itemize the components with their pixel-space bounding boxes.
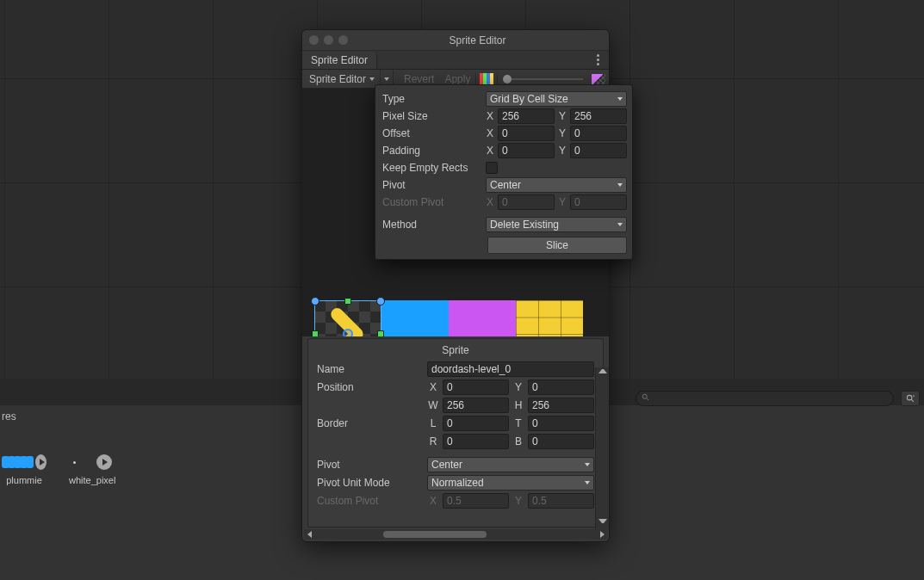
pixel-x-input[interactable]: [498, 108, 555, 124]
scroll-left-icon[interactable]: [304, 529, 314, 540]
minimize-icon[interactable]: [324, 35, 333, 45]
mode-dropdown-label: Sprite Editor: [309, 73, 366, 85]
info-vertical-scrollbar[interactable]: [595, 367, 609, 529]
offset-y-input[interactable]: [570, 126, 627, 141]
panel-header: Sprite: [317, 344, 594, 360]
w-label: W: [427, 399, 439, 411]
h-label: H: [512, 399, 524, 411]
t-label: T: [512, 417, 524, 429]
chevron-sprite: [321, 307, 375, 336]
asset-plummie[interactable]: plummie: [2, 453, 47, 485]
chevron-down-icon: [369, 77, 375, 81]
pos-w-input[interactable]: [443, 398, 509, 413]
custom-pivot-label: Custom Pivot: [317, 495, 424, 507]
sprite-tile-0[interactable]: [314, 300, 381, 336]
project-search-input[interactable]: [654, 393, 888, 404]
scrollbar-thumb[interactable]: [383, 531, 487, 538]
scrollbar-track[interactable]: [314, 531, 597, 538]
pad-y-input[interactable]: [570, 143, 627, 158]
method-label: Method: [381, 219, 482, 231]
alpha-toggle-icon[interactable]: [592, 74, 605, 84]
sprite-tile-2[interactable]: [449, 300, 516, 336]
asset-label: white_pixel: [69, 475, 115, 485]
tab-sprite-editor[interactable]: Sprite Editor: [302, 52, 377, 69]
keep-empty-checkbox[interactable]: [486, 162, 498, 174]
expand-icon[interactable]: [96, 454, 112, 470]
b-label: B: [512, 435, 524, 447]
pivot-select[interactable]: Center: [427, 457, 594, 472]
name-label: Name: [317, 363, 424, 375]
svg-point-0: [642, 394, 647, 398]
pos-y-input[interactable]: [528, 379, 594, 395]
tab-bar: Sprite Editor: [302, 51, 609, 70]
offset-label: Offset: [381, 127, 482, 139]
pivot-select[interactable]: Center: [486, 177, 627, 193]
r-label: R: [427, 435, 439, 447]
chevron-down-icon: [585, 463, 590, 466]
padding-label: Padding: [381, 145, 482, 157]
asset-white-pixel[interactable]: white_pixel: [69, 453, 115, 485]
sprite-info-panel: Sprite Name Position X Y W H Border L T: [307, 338, 604, 528]
asset-preview: [2, 456, 32, 468]
scroll-down-icon[interactable]: [598, 519, 607, 528]
svg-point-2: [907, 395, 912, 400]
window-title: Sprite Editor: [353, 34, 602, 46]
offset-x-input[interactable]: [498, 126, 555, 141]
expand-icon[interactable]: [35, 454, 47, 470]
pixel-y-input[interactable]: [570, 108, 627, 124]
asset-label: plummie: [6, 475, 42, 485]
context-menu-icon[interactable]: [592, 53, 604, 65]
y-label: Y: [512, 381, 524, 393]
bd-l-input[interactable]: [443, 416, 509, 431]
close-icon[interactable]: [309, 35, 319, 45]
pos-x-input[interactable]: [443, 379, 509, 395]
sprite-tile-3[interactable]: [516, 300, 583, 336]
cp-x-input: [443, 493, 509, 509]
x-label: X: [427, 381, 439, 393]
pivot-label: Pivot: [317, 459, 424, 471]
search-options-button[interactable]: [901, 391, 920, 406]
bd-r-input[interactable]: [443, 434, 509, 449]
folder-label-fragment: res: [2, 410, 16, 423]
type-label: Type: [381, 93, 482, 105]
pad-x-input[interactable]: [498, 143, 555, 158]
chevron-down-icon: [617, 223, 623, 226]
maximize-icon[interactable]: [338, 35, 348, 45]
cp-y-input: [528, 493, 594, 509]
border-label: Border: [317, 417, 424, 429]
slice-button[interactable]: Slice: [487, 237, 627, 254]
chevron-down-icon: [617, 183, 623, 187]
type-select[interactable]: Grid By Cell Size: [486, 91, 627, 107]
revert-button: Revert: [399, 73, 439, 85]
horizontal-scrollbar[interactable]: [304, 529, 607, 540]
bd-t-input[interactable]: [528, 416, 594, 431]
svg-line-3: [911, 399, 914, 402]
rgb-toggle-icon[interactable]: [480, 73, 493, 84]
l-label: L: [427, 417, 439, 429]
sprite-strip: [314, 300, 583, 336]
slice-panel: Type Grid By Cell Size Pixel Size X Y Of…: [375, 84, 633, 260]
svg-line-1: [647, 398, 649, 401]
custom-pivot-label: Custom Pivot: [381, 196, 482, 208]
chevron-down-icon: [585, 481, 590, 484]
position-label: Position: [317, 381, 424, 393]
sprite-tile-1[interactable]: [381, 300, 449, 336]
scroll-up-icon[interactable]: [598, 369, 607, 378]
chevron-down-icon: [617, 97, 623, 101]
apply-button: Apply: [439, 73, 475, 85]
window-titlebar[interactable]: Sprite Editor: [302, 30, 609, 51]
pos-h-input[interactable]: [528, 398, 594, 413]
cp-y-input: [570, 194, 627, 210]
chevron-down-icon: [384, 77, 389, 81]
method-select[interactable]: Delete Existing: [486, 217, 627, 232]
mode-dropdown[interactable]: Sprite Editor: [302, 70, 381, 88]
pivot-unit-label: Pivot Unit Mode: [317, 477, 424, 489]
scroll-right-icon[interactable]: [597, 529, 607, 540]
pixel-size-label: Pixel Size: [381, 110, 482, 122]
name-input[interactable]: [427, 361, 594, 377]
pivot-label: Pivot: [381, 179, 482, 191]
pivot-unit-select[interactable]: Normalized: [427, 475, 594, 491]
zoom-slider[interactable]: [498, 73, 588, 85]
bd-b-input[interactable]: [528, 434, 594, 449]
project-search[interactable]: [636, 391, 894, 406]
